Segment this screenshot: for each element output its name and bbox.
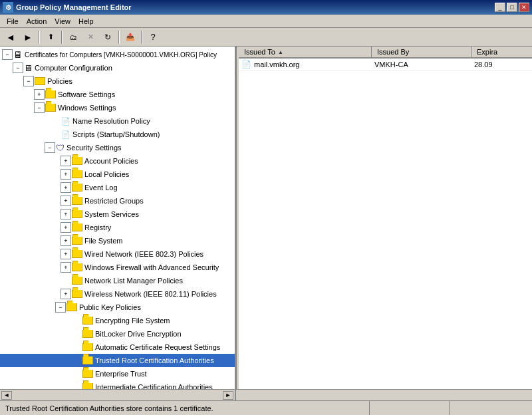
- wired-network-icon: [72, 250, 82, 258]
- tree-public-key[interactable]: − Public Key Policies: [0, 301, 235, 314]
- software-settings-expand[interactable]: +: [34, 89, 45, 100]
- h-scroll-track[interactable]: [12, 391, 223, 400]
- menu-file[interactable]: File: [3, 16, 23, 27]
- app-icon: ⚙: [3, 2, 13, 13]
- col-header-issued-to[interactable]: Issued To ▲: [239, 47, 372, 57]
- tree-computer-config[interactable]: − 🖥 Computer Configuration: [0, 61, 235, 74]
- tree-wireless-network[interactable]: + Wireless Network (IEEE 802.11) Policie…: [0, 287, 235, 301]
- status-section-3: [450, 401, 529, 415]
- col-header-issued-by[interactable]: Issued By: [372, 47, 471, 57]
- network-list-space: [61, 275, 71, 286]
- policies-expand[interactable]: −: [23, 76, 34, 86]
- export-button[interactable]: 📤: [122, 30, 138, 45]
- tree-name-resolution[interactable]: 📄 Name Resolution Policy: [0, 114, 235, 128]
- intermediate-ca-icon: [82, 383, 93, 389]
- tree-pane[interactable]: − 🖥 Certificates for Computers [VMKH-S00…: [0, 47, 236, 389]
- tree-policies[interactable]: − Policies: [0, 74, 235, 88]
- tree-trusted-root[interactable]: Trusted Root Certification Authorities: [0, 354, 235, 367]
- event-log-expand[interactable]: +: [61, 182, 71, 193]
- enterprise-trust-icon: [82, 370, 93, 378]
- menu-bar: File Action View Help: [0, 15, 532, 28]
- registry-expand[interactable]: +: [61, 222, 71, 233]
- tree-enterprise-trust[interactable]: Enterprise Trust: [0, 367, 235, 380]
- right-h-scroll[interactable]: [236, 390, 532, 400]
- show-hide-button[interactable]: 🗂: [65, 30, 81, 45]
- computer-config-expand[interactable]: −: [13, 63, 23, 73]
- cert-icon: 📄: [241, 60, 251, 69]
- account-policies-expand[interactable]: +: [61, 156, 71, 166]
- h-scroll-right-btn[interactable]: ►: [223, 391, 233, 400]
- tree-windows-settings[interactable]: − Windows Settings: [0, 101, 235, 114]
- detail-row[interactable]: 📄 mail.vmkh.org VMKH-CA 28.09: [239, 59, 532, 71]
- auto-cert-icon: [82, 343, 93, 351]
- local-policies-expand[interactable]: +: [61, 169, 71, 180]
- wireless-network-icon: [72, 290, 82, 298]
- tree-encrypting-fs[interactable]: Encrypting File System: [0, 314, 235, 327]
- menu-help[interactable]: Help: [74, 16, 98, 27]
- file-system-icon: [72, 237, 82, 245]
- left-h-scroll[interactable]: ◄ ►: [0, 390, 236, 400]
- help-button[interactable]: ?: [145, 30, 161, 45]
- security-settings-icon: 🛡: [56, 143, 65, 153]
- tree-root[interactable]: − 🖥 Certificates for Computers [VMKH-S00…: [0, 48, 235, 61]
- toolbar: ◄ ► ⬆ 🗂 ✕ ↻ 📤 ?: [0, 28, 532, 47]
- tree-system-services[interactable]: + System Services: [0, 208, 235, 221]
- up-button[interactable]: ⬆: [43, 30, 59, 45]
- security-settings-expand[interactable]: −: [45, 142, 55, 153]
- menu-view[interactable]: View: [51, 16, 74, 27]
- h-scroll-left-btn[interactable]: ◄: [1, 391, 12, 400]
- tree-security-settings[interactable]: − 🛡 Security Settings: [0, 141, 235, 154]
- tree-local-policies[interactable]: + Local Policies: [0, 168, 235, 181]
- restricted-groups-expand[interactable]: +: [61, 196, 71, 206]
- public-key-expand[interactable]: −: [55, 302, 66, 313]
- name-resolution-space: [50, 116, 61, 126]
- toolbar-separator-3: [118, 31, 120, 44]
- minimize-button[interactable]: _: [495, 3, 505, 12]
- wireless-network-label: Wireless Network (IEEE 802.11) Policies: [84, 290, 217, 298]
- intermediate-ca-label: Intermediate Certification Authorities: [95, 383, 213, 389]
- windows-settings-icon: [45, 104, 56, 112]
- registry-icon: [72, 223, 82, 231]
- windows-settings-expand[interactable]: −: [34, 102, 45, 113]
- windows-firewall-expand[interactable]: +: [61, 262, 71, 273]
- wireless-network-expand[interactable]: +: [61, 289, 71, 299]
- event-log-label: Event Log: [84, 184, 118, 192]
- maximize-button[interactable]: □: [507, 3, 517, 12]
- tree-intermediate-ca[interactable]: Intermediate Certification Authorities: [0, 380, 235, 389]
- tree-wired-network[interactable]: + Wired Network (IEEE 802.3) Policies: [0, 247, 235, 261]
- window-title: Group Policy Management Editor: [16, 3, 132, 11]
- back-button[interactable]: ◄: [3, 30, 19, 45]
- tree-network-list[interactable]: Network List Manager Policies: [0, 274, 235, 287]
- tree-bitlocker[interactable]: BitLocker Drive Encryption: [0, 327, 235, 341]
- system-services-icon: [72, 210, 82, 218]
- tree-account-policies[interactable]: + Account Policies: [0, 154, 235, 168]
- scripts-space: [50, 129, 61, 140]
- close-button[interactable]: ✕: [519, 3, 529, 12]
- col-header-expiry[interactable]: Expira: [471, 47, 532, 57]
- delete-button[interactable]: ✕: [82, 30, 98, 45]
- trusted-root-space: [71, 355, 82, 366]
- tree-software-settings[interactable]: + Software Settings: [0, 88, 235, 101]
- file-system-expand[interactable]: +: [61, 235, 71, 246]
- root-label: Certificates for Computers [VMKH-S000000…: [25, 51, 217, 59]
- tree-restricted-groups[interactable]: + Restricted Groups: [0, 194, 235, 208]
- sort-arrow-issued-to: ▲: [278, 49, 283, 55]
- tree-event-log[interactable]: + Event Log: [0, 181, 235, 194]
- tree-scripts[interactable]: 📄 Scripts (Startup/Shutdown): [0, 128, 235, 141]
- wired-network-expand[interactable]: +: [61, 249, 71, 259]
- menu-action[interactable]: Action: [23, 16, 51, 27]
- wired-network-label: Wired Network (IEEE 802.3) Policies: [84, 250, 203, 258]
- tree-registry[interactable]: + Registry: [0, 221, 235, 234]
- public-key-label: Public Key Policies: [79, 303, 141, 311]
- root-expand[interactable]: −: [2, 49, 13, 60]
- forward-button[interactable]: ►: [20, 30, 36, 45]
- tree-file-system[interactable]: + File System: [0, 234, 235, 247]
- system-services-expand[interactable]: +: [61, 209, 71, 219]
- refresh-button[interactable]: ↻: [100, 30, 116, 45]
- tree-auto-cert[interactable]: Automatic Certificate Request Settings: [0, 341, 235, 354]
- status-section-2: [370, 401, 450, 415]
- encrypting-fs-space: [71, 315, 82, 326]
- main-area: − 🖥 Certificates for Computers [VMKH-S00…: [0, 47, 532, 400]
- toolbar-separator-2: [61, 31, 63, 44]
- tree-windows-firewall[interactable]: + Windows Firewall with Advanced Securit…: [0, 261, 235, 274]
